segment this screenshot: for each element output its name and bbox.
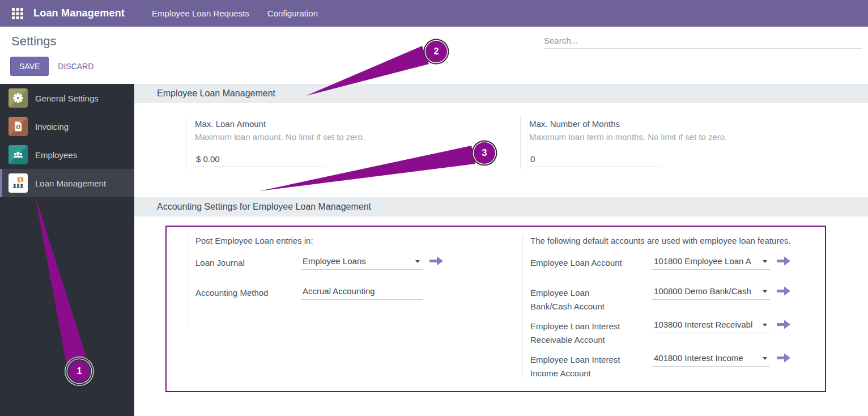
field-label: Employee Loan Account [530,256,626,270]
sidebar-item-invoicing[interactable]: $ Invoicing [0,112,134,141]
internal-link-arrow-icon[interactable] [777,286,790,298]
field-label: Employee Loan Interest Income Account [530,353,626,380]
dropdown-caret-icon [415,260,420,263]
internal-link-arrow-icon[interactable] [429,256,443,268]
selected-value: Employee Loans [303,256,366,266]
menu-configuration[interactable]: Configuration [258,1,327,26]
journal-settings-column: Post Employee Loan entries in: Loan Jour… [188,235,442,325]
selected-value: 100800 Demo Bank/Cash [654,286,751,296]
bank-cash-account-select[interactable]: 100800 Demo Bank/Cash [652,285,770,300]
sidebar-item-label: Invoicing [35,122,69,131]
default-accounts-column: The following default accounts are used … [522,235,811,377]
sidebar-item-label: General Settings [35,94,99,103]
app-name[interactable]: Loan Management [33,7,125,19]
loan-management-settings-page: Loan Management Employee Loan Requests C… [0,0,868,416]
annotation-badge-3: 3 [474,142,495,164]
dropdown-caret-icon [763,290,767,293]
selected-value: 101800 Employee Loan A [654,256,751,266]
save-button[interactable]: SAVE [10,57,49,76]
apps-grid-icon[interactable] [11,7,24,20]
section-header-employee-loan-management: Employee Loan Management [134,84,868,103]
field-label: Max. Loan Amount [195,119,458,129]
selected-value: Accrual Accounting [303,286,375,296]
loan-journal-select[interactable]: Employee Loans [301,255,423,270]
svg-text:$: $ [17,125,19,129]
internal-link-arrow-icon[interactable] [777,320,790,332]
setting-max-loan-amount: Max. Loan Amount Maximum loan amount. No… [186,117,458,169]
discard-button[interactable]: DISCARD [58,62,93,71]
selected-value: 103800 Interest Receivabl [654,320,752,329]
top-navbar: Loan Management Employee Loan Requests C… [0,0,868,27]
sidebar-item-label: Loan Management [35,179,106,188]
field-label: Employee Loan Interest Receivable Accoun… [530,320,626,347]
selected-value: 401800 Interest Income [654,353,743,363]
invoice-icon: $ [8,117,28,136]
field-help-text: Maximum loan term in months. No limit if… [529,132,803,142]
menu-employee-loan-requests[interactable]: Employee Loan Requests [143,1,258,26]
max-loan-amount-input[interactable] [195,153,326,167]
section-header-accounting-settings: Accounting Settings for Employee Loan Ma… [134,197,868,217]
setting-max-number-of-months: Max. Number of Months Maximum loan term … [520,117,803,169]
apps-grid-icon-glyph [12,8,23,19]
field-label: Max. Number of Months [529,119,803,129]
employees-icon [8,145,28,164]
settings-content: Employee Loan Management Max. Loan Amoun… [134,84,868,416]
page-title: Settings [11,34,57,49]
internal-link-arrow-icon[interactable] [777,353,790,365]
interest-receivable-account-select[interactable]: 103800 Interest Receivabl [652,319,770,333]
dropdown-caret-icon [763,357,767,360]
svg-text:$: $ [19,177,22,182]
sidebar-item-general-settings[interactable]: General Settings [0,84,134,112]
settings-sidebar: General Settings $ Invoicing [0,84,134,416]
accounting-settings-box: Post Employee Loan entries in: Loan Jour… [165,226,826,392]
top-menu: Employee Loan Requests Configuration [143,1,327,26]
loan-management-icon: $ [8,173,28,193]
accounting-method-field[interactable]: Accrual Accounting [301,285,423,300]
internal-link-arrow-icon[interactable] [777,256,790,268]
action-buttons: SAVE DISCARD [10,57,93,76]
annotation-badge-2: 2 [426,41,447,62]
annotation-badge-1: 1 [69,360,90,382]
interest-income-account-select[interactable]: 401800 Interest Income [652,352,770,367]
employee-loan-account-select[interactable]: 101800 Employee Loan A [652,255,770,270]
sidebar-item-employees[interactable]: Employees [0,141,134,169]
field-label: Accounting Method [195,286,292,300]
field-label: Employee Loan Bank/Cash Account [530,286,626,313]
search-input[interactable] [544,33,862,49]
field-help-text: Maximum loan amount. No limit if set to … [195,132,458,142]
dropdown-caret-icon [763,324,767,326]
default-accounts-intro: The following default accounts are used … [530,236,790,245]
post-entries-intro: Post Employee Loan entries in: [195,236,313,245]
dropdown-caret-icon [763,260,767,263]
sidebar-item-label: Employees [35,150,77,160]
max-number-of-months-input[interactable] [529,153,660,167]
field-label: Loan Journal [195,256,292,270]
gear-icon [8,88,28,108]
sidebar-item-loan-management[interactable]: $ Loan Management [0,169,134,197]
